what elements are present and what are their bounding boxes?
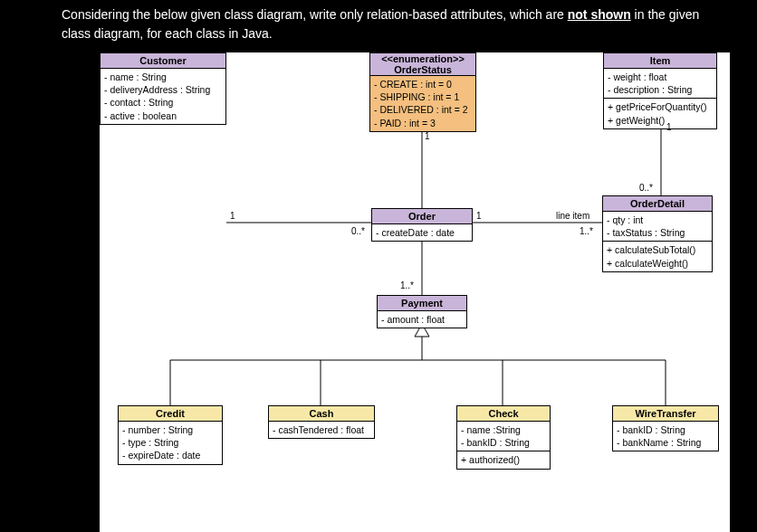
multiplicity-item-n: 0..*: [639, 183, 653, 193]
attributes: - cashTendered : float: [269, 422, 374, 438]
class-check: Check - name :String - bankID : String +…: [456, 405, 551, 470]
class-name: Credit: [119, 406, 222, 422]
diagram-area: <<enumeration>> OrderStatus - CREATE : i…: [100, 52, 730, 532]
operations: + getPriceForQuantity() + getWeight(): [604, 98, 716, 128]
operations: + authorized(): [457, 451, 550, 468]
class-name: Cash: [269, 406, 374, 422]
multiplicity-order-1: 1: [476, 211, 482, 221]
class-order: Order - createDate : date: [371, 208, 473, 242]
multiplicity-item-1: 1: [666, 122, 672, 132]
question-text: Considering the below given class diagra…: [0, 0, 757, 51]
class-name: Payment: [378, 296, 466, 311]
role-line-item: line item: [556, 211, 589, 221]
multiplicity-orderstatus: 1: [425, 131, 430, 141]
class-cash: Cash - cashTendered : float: [268, 405, 375, 439]
class-name: Item: [604, 53, 716, 69]
question-underline: not shown: [568, 7, 631, 22]
class-name: WireTransfer: [613, 406, 718, 422]
class-wire-transfer: WireTransfer - bankID : String - bankNam…: [612, 405, 719, 451]
operations: + calculateSubTotal() + calculateWeight(…: [603, 241, 712, 271]
question-prefix: Considering the below given class diagra…: [62, 7, 568, 22]
class-customer: Customer - name : String - deliveryAddre…: [100, 52, 226, 125]
attributes: - amount : float: [378, 311, 466, 328]
class-name: OrderStatus: [370, 64, 475, 75]
attributes: - name : String - deliveryAddress : Stri…: [101, 69, 225, 124]
class-payment: Payment - amount : float: [377, 295, 467, 328]
class-credit: Credit - number : String - type : String…: [118, 405, 223, 465]
class-item: Item - weight : float - description : St…: [603, 52, 717, 129]
attributes: - number : String - type : String - expi…: [119, 422, 222, 464]
class-order-detail: OrderDetail - qty : int - taxStatus : St…: [602, 195, 713, 272]
class-name: Order: [372, 209, 472, 224]
attributes: - weight : float - description : String: [604, 69, 716, 98]
attributes: - CREATE : int = 0 - SHIPPING : int = 1 …: [370, 76, 475, 131]
multiplicity-detail-n: 1..*: [580, 226, 593, 236]
multiplicity-customer-1: 1: [230, 211, 235, 221]
class-order-status: <<enumeration>> OrderStatus - CREATE : i…: [369, 52, 476, 132]
attributes: - createDate : date: [372, 224, 472, 241]
class-name: Check: [457, 406, 550, 422]
attributes: - qty : int - taxStatus : String: [603, 212, 712, 241]
class-name: OrderDetail: [603, 196, 712, 212]
multiplicity-payment: 1..*: [400, 280, 414, 290]
class-name: Customer: [101, 53, 225, 69]
attributes: - bankID : String - bankName : String: [613, 422, 718, 451]
attributes: - name :String - bankID : String: [457, 422, 550, 451]
multiplicity-customer-n: 0..*: [351, 226, 365, 236]
stereotype: <<enumeration>>: [370, 53, 475, 64]
